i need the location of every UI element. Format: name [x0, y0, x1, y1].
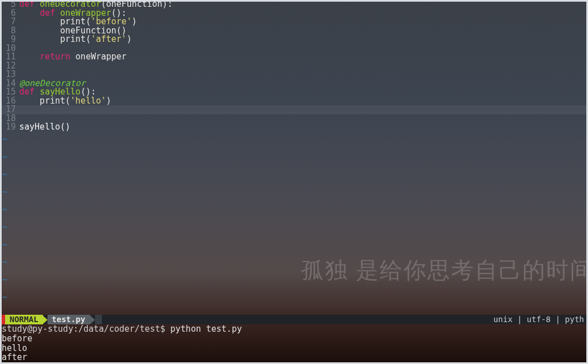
empty-line-tilde: ~ [2, 220, 588, 237]
line-number: 19 [0, 123, 19, 132]
vim-status-bar: NORMAL test.py unix | utf-8 | pyth [2, 315, 586, 324]
status-gap [95, 315, 102, 324]
separator-icon [90, 315, 95, 324]
file-encoding-info: unix | utf-8 | pyth [493, 315, 586, 324]
line-number: 6 [0, 9, 19, 18]
empty-line-tilde: ~ [2, 132, 588, 149]
code-line[interactable]: 16 print('hello') [0, 97, 588, 106]
empty-line-tilde: ~ [2, 237, 588, 255]
code-editor[interactable]: 5def oneDecorator(oneFunction):6 def one… [0, 0, 588, 132]
terminal-output[interactable]: study@py-study:/data/coder/test$ python … [2, 324, 586, 364]
watermark-text: 孤独 是给你思考自己的时间 [301, 266, 588, 275]
line-number: 7 [0, 18, 19, 27]
empty-line-tilde: ~ [2, 290, 588, 307]
code-line[interactable]: 11 return oneWrapper [0, 53, 588, 62]
vim-mode: NORMAL [5, 315, 43, 324]
code-line[interactable]: 19sayHello() [0, 123, 588, 132]
shell-prompt: study@py-study:/data/coder/test$ [2, 324, 170, 334]
code-line[interactable]: 18 [0, 114, 588, 123]
shell-prompt: study@py-study:/data/coder/test$ [2, 362, 170, 364]
line-number: 5 [0, 0, 19, 9]
empty-line-tilde: ~ [2, 167, 588, 185]
line-number: 8 [0, 27, 19, 36]
filename: test.py [48, 315, 90, 324]
empty-line-tilde: ~ [2, 149, 588, 167]
code-content[interactable]: print('hello') [19, 97, 111, 106]
terminal-line: study@py-study:/data/coder/test$ python … [2, 324, 586, 334]
terminal-line: before [2, 334, 586, 344]
empty-line-tilde: ~ [2, 202, 588, 220]
shell-command: python test.py [170, 324, 242, 334]
code-line[interactable]: 13 [0, 70, 588, 79]
terminal-line: after [2, 353, 586, 362]
code-line[interactable]: 12 [0, 62, 588, 71]
empty-line-tilde: ~ [2, 185, 588, 202]
terminal-line: hello [2, 344, 586, 353]
code-content[interactable]: return oneWrapper [19, 53, 127, 62]
code-content[interactable]: sayHello() [19, 123, 70, 132]
separator-icon [42, 315, 48, 324]
code-line[interactable]: 9 print('after') [0, 35, 588, 44]
code-content[interactable]: print('after') [19, 35, 132, 44]
code-line[interactable]: 17 [0, 105, 588, 114]
